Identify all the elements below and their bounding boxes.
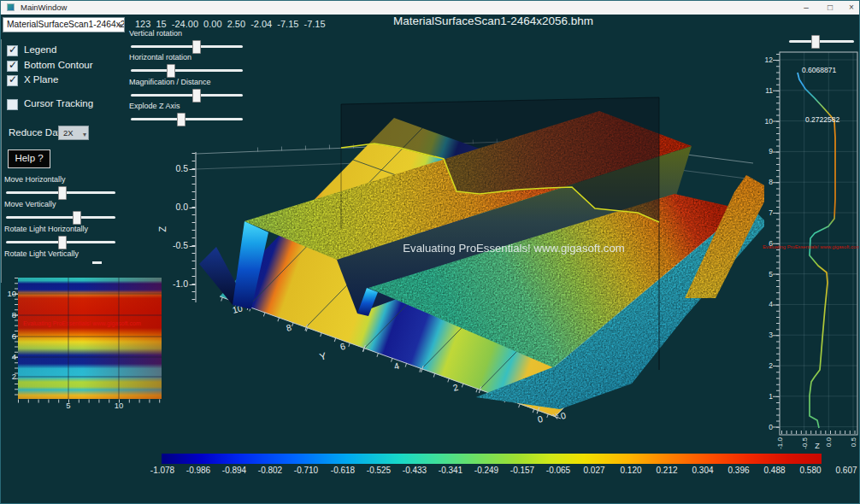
x-tick: 0 xyxy=(559,410,567,421)
slider-track[interactable] xyxy=(131,118,243,120)
cursor-value-lower: 0.2722582 xyxy=(805,115,839,124)
checkbox-box[interactable] xyxy=(7,99,18,110)
slider-label: Magnification / Distance xyxy=(129,78,211,86)
slider-label: Vertical rotation xyxy=(129,29,182,38)
help-button[interactable]: Help ? xyxy=(8,149,50,168)
profile-z-tick: -1.0 xyxy=(776,437,784,448)
profile-y-tick: 8 xyxy=(769,178,773,186)
slider-track[interactable] xyxy=(789,40,854,43)
minimap-grid xyxy=(11,275,168,408)
colorbar-label: -1.078 xyxy=(142,466,183,475)
checkbox-label: Cursor Tracking xyxy=(24,98,93,108)
colorbar-label: 0.212 xyxy=(646,466,687,475)
checkbox-box[interactable] xyxy=(7,75,18,86)
reduce-data-value: 2X xyxy=(63,128,74,138)
profile-position-slider[interactable] xyxy=(789,35,854,49)
file-dropdown-value: MaterialSurfaceScan1-2464x2056.bhm xyxy=(7,20,125,29)
y-tick: 2 xyxy=(451,382,459,393)
slider-label: Rotate Light Horizontally xyxy=(4,225,88,233)
slider-label: Rotate Light Vertically xyxy=(4,249,79,258)
horizontal-rotation-slider[interactable] xyxy=(131,64,243,78)
watermark: Evaluating ProEssentials! www.gigasoft.c… xyxy=(403,242,624,255)
z-tick: -0.5 xyxy=(173,240,188,250)
slider-label: Horizontal rotation xyxy=(129,53,191,62)
checkbox-box[interactable] xyxy=(7,61,18,72)
slider-thumb[interactable] xyxy=(811,35,820,49)
maximize-button[interactable]: □ xyxy=(818,1,842,15)
surface-3d-plot[interactable]: 0.5 0.0 -0.5 -1.0 Z 10 8 6 4 2 0 Y 0 5 1… xyxy=(1,1,860,504)
colorbar-label: 0.580 xyxy=(790,466,831,475)
profile-y-tick: 12 xyxy=(765,56,774,64)
colorbar-label: -0.986 xyxy=(178,466,219,475)
z-tick: 0.0 xyxy=(175,202,188,212)
reduce-data-dropdown[interactable]: 2X ▾ xyxy=(58,126,89,140)
magnification-slider[interactable] xyxy=(131,89,243,103)
rotate-light-horizontally-slider[interactable] xyxy=(6,236,115,249)
slider-thumb[interactable] xyxy=(73,211,81,225)
profile-z-tick: 0.5 xyxy=(850,437,857,447)
slider-track[interactable] xyxy=(131,69,243,72)
profile-z-tick: -0.5 xyxy=(801,437,809,448)
minimap-y-tick: 2 xyxy=(3,372,16,381)
title-bar[interactable]: MainWindow – □ × xyxy=(1,1,860,15)
profile-y-tick: 10 xyxy=(765,117,774,126)
slider-thumb[interactable] xyxy=(177,113,186,126)
profile-y-tick: 1 xyxy=(769,392,773,401)
slider-track[interactable] xyxy=(131,45,243,48)
slider-thumb[interactable] xyxy=(192,40,201,54)
rotate-light-vertically-slider[interactable] xyxy=(92,261,102,264)
slider-label: Move Vertically xyxy=(4,200,56,208)
z-tick: 0.5 xyxy=(175,163,188,173)
profile-y-tick: 11 xyxy=(765,86,773,95)
main-window: { "window": { "title": "MainWindow", "co… xyxy=(0,0,860,504)
minimap-y-tick: 8 xyxy=(3,310,16,319)
y-tick: 6 xyxy=(339,341,346,352)
profile-y-tick: 0 xyxy=(769,423,773,431)
profile-y-tick: 5 xyxy=(769,270,773,278)
colorbar-label: -0.525 xyxy=(358,466,399,475)
close-button[interactable]: × xyxy=(839,1,860,15)
move-vertically-slider[interactable] xyxy=(6,211,115,225)
profile-y-tick: 7 xyxy=(769,208,773,217)
colorbar-label: 0.120 xyxy=(610,466,651,475)
profile-y-tick: 4 xyxy=(769,300,773,308)
window-title: MainWindow xyxy=(21,3,67,12)
checkbox-label: X Plane xyxy=(24,74,58,85)
explode-z-slider[interactable] xyxy=(131,113,243,126)
watermark: Evaluating ProEssentials! www.gigasoft.c… xyxy=(763,244,860,249)
contour-minimap[interactable]: Evaluating ProEssentials! www.gigasoft.c… xyxy=(18,278,162,399)
colorbar-label: 0.488 xyxy=(754,466,795,475)
colorbar-label: -0.249 xyxy=(466,466,507,475)
y-tick: 0 xyxy=(536,413,544,425)
colorbar-label: 0.607 xyxy=(826,466,860,475)
y-tick: 8 xyxy=(285,322,292,333)
profile-panel[interactable]: 12 11 10 9 8 7 6 5 4 3 2 1 0 -1.0 -0.5 0… xyxy=(763,52,860,450)
checkbox-box[interactable] xyxy=(7,45,18,56)
profile-axis-label: Z xyxy=(815,442,820,450)
app-icon xyxy=(7,3,15,11)
colorbar-label: -0.710 xyxy=(286,466,327,475)
colorbar-label: 0.396 xyxy=(718,466,759,475)
file-dropdown[interactable]: MaterialSurfaceScan1-2464x2056.bhm ▾ xyxy=(3,17,125,32)
colorbar-label: 0.027 xyxy=(574,466,615,475)
slider-track[interactable] xyxy=(131,94,243,97)
z-tick: -1.0 xyxy=(173,278,188,289)
cursor-readout: 123 15 -24.00 0.00 2.50 -2.04 -7.15 -7.1… xyxy=(135,19,326,29)
colorbar-label: -0.341 xyxy=(430,466,471,475)
minimize-button[interactable]: – xyxy=(794,1,818,15)
slider-label: Explode Z Axis xyxy=(129,102,180,110)
colorbar-label: -0.894 xyxy=(214,466,255,475)
color-scale-bar xyxy=(162,454,822,464)
slider-thumb[interactable] xyxy=(58,236,67,249)
move-horizontally-slider[interactable] xyxy=(6,186,115,200)
slider-track[interactable] xyxy=(6,216,115,219)
vertical-rotation-slider[interactable] xyxy=(131,40,243,54)
slider-thumb[interactable] xyxy=(192,89,201,103)
colorbar-label: -0.065 xyxy=(538,466,579,475)
minimap-x-tick: 10 xyxy=(110,401,127,410)
profile-y-tick: 3 xyxy=(769,331,773,339)
y-tick: 4 xyxy=(392,360,400,372)
slider-thumb[interactable] xyxy=(58,186,67,200)
slider-thumb[interactable] xyxy=(167,64,175,78)
colorbar-label: -0.802 xyxy=(250,466,291,475)
